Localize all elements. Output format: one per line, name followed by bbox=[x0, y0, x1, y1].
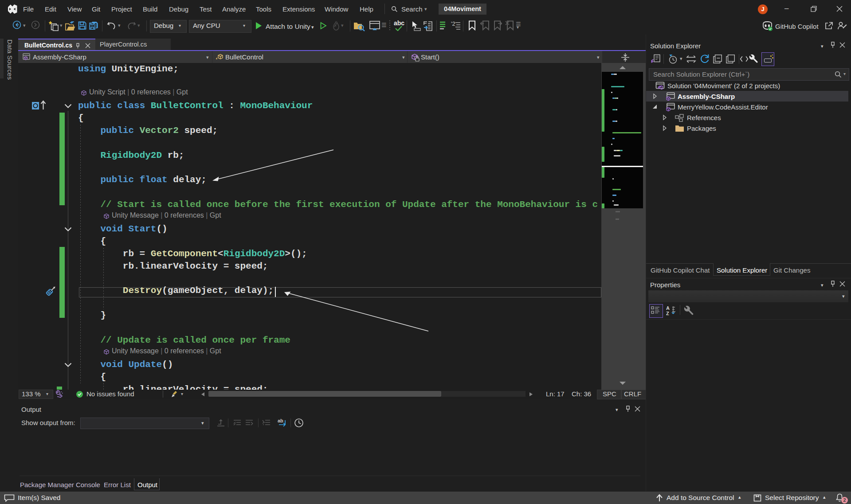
svg-text:Z: Z bbox=[666, 311, 669, 316]
svg-text:'2: '2 bbox=[451, 21, 455, 27]
svg-text:ab: ab bbox=[278, 418, 283, 423]
svg-text:A: A bbox=[666, 305, 670, 311]
